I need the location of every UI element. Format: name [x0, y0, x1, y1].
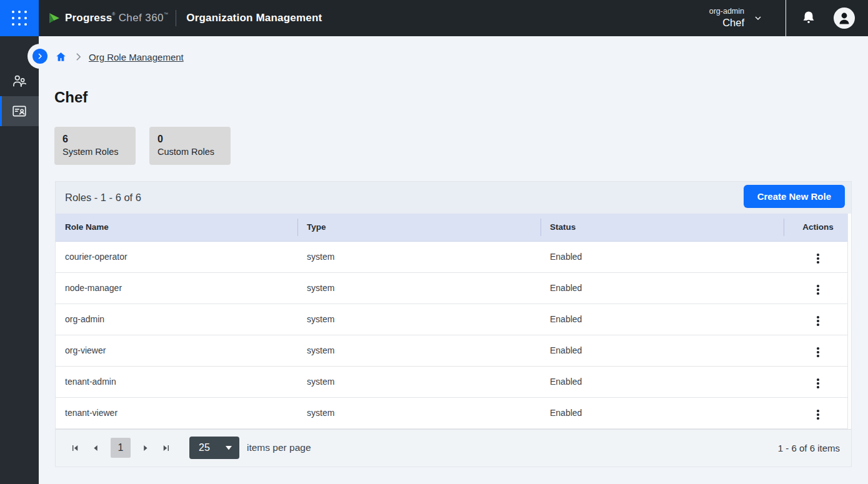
- notifications-bell-icon[interactable]: [801, 10, 816, 26]
- role-status-cell: Enabled: [541, 335, 784, 366]
- role-name-cell: courier-operator: [56, 241, 297, 272]
- breadcrumb-separator-icon: [76, 52, 81, 61]
- table-row: org-admin system Enabled: [56, 304, 847, 335]
- system-roles-card: 6 System Roles: [54, 127, 136, 165]
- breadcrumb: Org Role Management: [55, 51, 184, 62]
- row-actions-kebab-icon[interactable]: [812, 251, 824, 266]
- system-roles-label: System Roles: [62, 146, 127, 158]
- roles-table: Role Name Type Status Actions courier-op…: [56, 214, 847, 429]
- custom-roles-card: 0 Custom Roles: [149, 127, 231, 165]
- row-actions-kebab-icon[interactable]: [812, 314, 824, 328]
- table-row: courier-operator system Enabled: [56, 241, 847, 272]
- role-type-cell: system: [297, 272, 541, 304]
- header-divider: [786, 0, 786, 36]
- role-card-icon: [11, 103, 27, 119]
- pager: 1: [65, 438, 176, 458]
- sidebar: [0, 36, 39, 484]
- table-header-row: Role Name Type Status Actions: [56, 214, 847, 241]
- sidebar-expand-button[interactable]: [32, 49, 47, 64]
- brand-name: Progress®: [65, 12, 116, 24]
- main-content: Org Role Management Chef 6 System Roles …: [39, 36, 868, 484]
- role-name-cell: node-manager: [56, 272, 297, 304]
- brand-logo: Progress® Chef 360™: [47, 11, 168, 25]
- progress-logo-icon: [47, 11, 61, 25]
- column-header-role-name[interactable]: Role Name: [56, 214, 297, 241]
- page-size-dropdown[interactable]: 25: [189, 437, 239, 459]
- first-page-button[interactable]: [65, 440, 86, 456]
- role-name-cell: tenant-admin: [56, 366, 297, 397]
- home-icon[interactable]: [55, 51, 67, 62]
- product-trademark: ™: [164, 12, 168, 16]
- role-type-cell: system: [297, 241, 541, 272]
- brand-trademark: ®: [112, 12, 115, 16]
- row-actions-kebab-icon[interactable]: [812, 407, 824, 422]
- page-number-button[interactable]: 1: [111, 438, 131, 458]
- user-avatar[interactable]: [833, 7, 856, 29]
- role-type-cell: system: [297, 397, 541, 428]
- role-name-cell: org-viewer: [56, 335, 297, 366]
- roles-grid: Role Name Type Status Actions courier-op…: [56, 214, 851, 429]
- role-status-cell: Enabled: [541, 397, 784, 428]
- role-status-cell: Enabled: [541, 272, 784, 304]
- role-status-cell: Enabled: [541, 241, 784, 272]
- caret-down-icon: [226, 446, 232, 450]
- table-row: tenant-viewer system Enabled: [56, 397, 847, 428]
- chevron-right-icon: [36, 52, 44, 60]
- grid-scrollbar-track[interactable]: [847, 214, 851, 429]
- row-actions-kebab-icon[interactable]: [812, 376, 824, 391]
- role-status-cell: Enabled: [541, 366, 784, 397]
- row-actions-kebab-icon[interactable]: [812, 282, 824, 297]
- app-title: Organization Management: [186, 12, 322, 24]
- role-name-cell: tenant-viewer: [56, 397, 297, 428]
- sidebar-item-roles[interactable]: [0, 96, 39, 126]
- pagination-bar: 1 25 items per page 1 - 6 of 6 items: [56, 429, 851, 467]
- table-row: node-manager system Enabled: [56, 272, 847, 304]
- app-header: Progress® Chef 360™ Organization Managem…: [0, 0, 868, 36]
- sidebar-item-users[interactable]: [0, 66, 39, 96]
- breadcrumb-link-org-role-management[interactable]: Org Role Management: [89, 52, 184, 62]
- role-status-cell: Enabled: [541, 304, 784, 335]
- table-row: tenant-admin system Enabled: [56, 366, 847, 397]
- column-header-status[interactable]: Status: [541, 214, 784, 241]
- user-org-label: Chef: [709, 16, 744, 29]
- role-name-cell: org-admin: [56, 304, 297, 335]
- users-icon: [11, 73, 27, 89]
- stat-cards: 6 System Roles 0 Custom Roles: [54, 127, 231, 165]
- brand-product: Chef 360™: [119, 12, 169, 24]
- roles-panel: Roles - 1 - 6 of 6 Create New Role Role …: [55, 181, 852, 467]
- page-title: Chef: [54, 89, 87, 106]
- user-role-label: org-admin: [709, 7, 744, 16]
- custom-roles-label: Custom Roles: [157, 146, 222, 158]
- roles-panel-header: Roles - 1 - 6 of 6 Create New Role: [56, 182, 851, 214]
- role-type-cell: system: [297, 335, 541, 366]
- previous-page-button[interactable]: [86, 440, 105, 456]
- role-type-cell: system: [297, 304, 541, 335]
- org-switcher-menu[interactable]: org-admin Chef: [709, 7, 763, 29]
- system-roles-count: 6: [62, 132, 127, 146]
- column-header-type[interactable]: Type: [297, 214, 541, 241]
- column-header-actions: Actions: [784, 214, 847, 241]
- row-actions-kebab-icon[interactable]: [812, 345, 824, 360]
- chevron-down-icon: [753, 13, 763, 23]
- create-new-role-button[interactable]: Create New Role: [744, 185, 845, 208]
- app-launcher-button[interactable]: [0, 0, 39, 36]
- page-size-value: 25: [199, 442, 210, 453]
- last-page-button[interactable]: [156, 440, 176, 456]
- roles-panel-title: Roles - 1 - 6 of 6: [65, 192, 141, 204]
- next-page-button[interactable]: [136, 440, 156, 456]
- page-range-summary: 1 - 6 of 6 items: [778, 443, 840, 453]
- waffle-grid-icon: [12, 11, 27, 26]
- items-per-page-label: items per page: [247, 442, 311, 453]
- header-divider: [176, 10, 176, 26]
- role-type-cell: system: [297, 366, 541, 397]
- custom-roles-count: 0: [157, 132, 222, 146]
- table-row: org-viewer system Enabled: [56, 335, 847, 366]
